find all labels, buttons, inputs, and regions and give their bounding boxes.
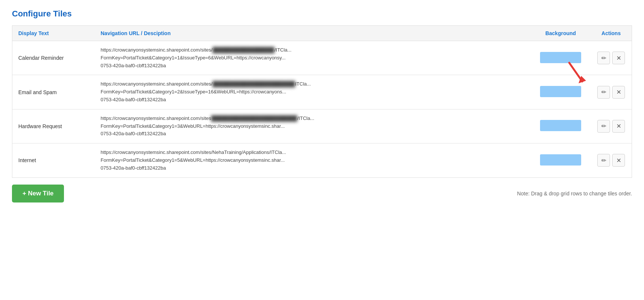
- table-row: Hardware Request https://crowcanyonsyste…: [12, 109, 632, 143]
- cell-navigation-url: https://crowcanyonsystemsinc.sharepoint.…: [95, 109, 531, 143]
- blurred-url: ██████████████████: [212, 46, 275, 54]
- url-text: FormKey=PortalTicket&Category1=5&WebURL=…: [101, 157, 525, 164]
- delete-button[interactable]: ✕: [612, 120, 625, 133]
- delete-button[interactable]: ✕: [612, 52, 625, 64]
- delete-button[interactable]: ✕: [612, 154, 625, 167]
- url-text: https://crowcanyonsystemsinc.sharepoint.…: [101, 115, 211, 121]
- cell-display-text: Hardware Request: [12, 109, 95, 143]
- edit-button[interactable]: ✏: [597, 154, 610, 167]
- url-text: FormKey=PortalTicket&Category1=1&IssueTy…: [101, 54, 525, 62]
- background-color-swatch: [540, 86, 581, 97]
- url-text: 0753-420a-baf0-cbff132422ba: [101, 62, 525, 70]
- url-text: 0753-420a-baf0-cbff132422ba: [101, 96, 525, 104]
- cell-navigation-url: https://crowcanyonsystemsinc.sharepoint.…: [95, 75, 531, 109]
- background-color-swatch: [540, 154, 581, 166]
- blurred-url: ████████████████████████: [212, 80, 295, 88]
- url-text: FormKey=PortalTicket&Category1=2&IssueTy…: [101, 88, 525, 96]
- table-scroll[interactable]: Display Text Navigation URL / Desciption…: [12, 26, 632, 177]
- edit-button[interactable]: ✏: [597, 52, 610, 64]
- url-text: https://crowcanyonsystemsinc.sharepoint.…: [101, 81, 212, 87]
- edit-button[interactable]: ✏: [597, 86, 610, 99]
- background-color-swatch: [540, 120, 581, 131]
- url-text: https://crowcanyonsystemsinc.sharepoint.…: [101, 149, 525, 157]
- url-text: /ITCla...: [297, 115, 315, 121]
- table-row: Calendar Reminder https://crowcanyonsyst…: [12, 41, 632, 75]
- page-container: Configure Tiles Display Text Navigation …: [0, 0, 644, 211]
- table-row: Email and Spam https://crowcanyonsystems…: [12, 75, 632, 109]
- col-header-background: Background: [531, 26, 591, 41]
- cell-actions: ✏✕: [591, 143, 632, 177]
- action-buttons-group: ✏✕: [597, 52, 626, 64]
- action-buttons-group: ✏✕: [597, 154, 626, 167]
- url-text: 0753-420a-baf0-cbff132422ba: [101, 164, 525, 172]
- cell-display-text: Internet: [12, 143, 95, 177]
- cell-actions: ✏✕: [591, 109, 632, 143]
- url-text: FormKey=PortalTicket&Category1=3&WebURL=…: [101, 123, 525, 130]
- cell-background: [531, 109, 591, 143]
- url-text: https://crowcanyonsystemsinc.sharepoint.…: [101, 47, 212, 53]
- cell-background: [531, 75, 591, 109]
- footer-row: + New Tile Note: Drag & drop grid rows t…: [12, 185, 632, 202]
- background-color-swatch: [540, 52, 581, 63]
- cell-background: [531, 41, 591, 75]
- table-row: Internet https://crowcanyonsystemsinc.sh…: [12, 143, 632, 177]
- delete-button[interactable]: ✕: [612, 86, 625, 99]
- action-buttons-group: ✏✕: [597, 86, 626, 99]
- cell-background: [531, 143, 591, 177]
- action-buttons-group: ✏✕: [597, 120, 626, 133]
- table-body: Calendar Reminder https://crowcanyonsyst…: [12, 41, 632, 177]
- cell-navigation-url: https://crowcanyonsystemsinc.sharepoint.…: [95, 143, 531, 177]
- url-text: ITCla...: [295, 81, 311, 87]
- col-header-display-text: Display Text: [12, 26, 95, 41]
- drag-drop-note: Note: Drag & drop grid rows to change ti…: [517, 191, 632, 197]
- cell-display-text: Email and Spam: [12, 75, 95, 109]
- tiles-table: Display Text Navigation URL / Desciption…: [12, 26, 632, 177]
- url-text: /ITCla...: [275, 47, 292, 53]
- cell-navigation-url: https://crowcanyonsystemsinc.sharepoint.…: [95, 41, 531, 75]
- edit-button[interactable]: ✏: [597, 120, 610, 133]
- cell-actions: ✏✕: [591, 41, 632, 75]
- col-header-actions: Actions: [591, 26, 632, 41]
- cell-actions: ✏✕: [591, 75, 632, 109]
- cell-display-text: Calendar Reminder: [12, 41, 95, 75]
- page-title: Configure Tiles: [12, 9, 632, 19]
- col-header-navigation-url: Navigation URL / Desciption: [95, 26, 531, 41]
- tiles-table-wrapper: Display Text Navigation URL / Desciption…: [12, 25, 632, 178]
- blurred-url: █████████████████████████: [211, 115, 297, 123]
- table-header-row: Display Text Navigation URL / Desciption…: [12, 26, 632, 41]
- new-tile-button[interactable]: + New Tile: [12, 185, 64, 202]
- url-text: 0753-420a-baf0-cbff132422ba: [101, 130, 525, 138]
